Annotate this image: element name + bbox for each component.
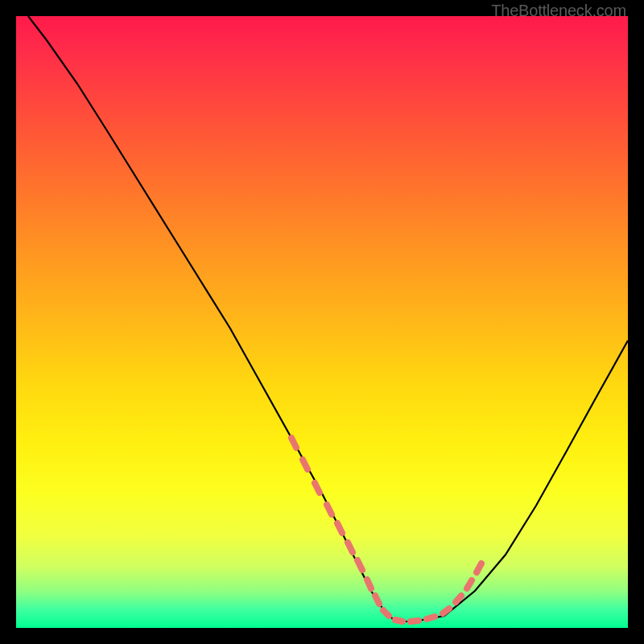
svg-line-8 [375, 596, 379, 604]
svg-line-12 [427, 617, 435, 619]
svg-line-2 [315, 483, 320, 493]
svg-line-6 [357, 560, 362, 570]
main-curve [28, 16, 628, 621]
dotted-highlight [291, 438, 481, 621]
curve-svg [16, 16, 628, 628]
svg-line-15 [467, 580, 472, 588]
svg-line-13 [443, 609, 449, 613]
watermark-text: TheBottleneck.com [491, 2, 626, 20]
chart-container: TheBottleneck.com [0, 0, 644, 644]
svg-line-5 [348, 543, 353, 552]
svg-line-11 [411, 621, 419, 621]
svg-line-10 [395, 620, 402, 621]
plot-area [16, 16, 628, 628]
svg-line-16 [477, 564, 481, 572]
svg-line-0 [291, 438, 296, 448]
svg-line-3 [327, 505, 332, 514]
svg-line-1 [303, 460, 308, 469]
svg-line-14 [456, 596, 461, 602]
svg-line-4 [337, 523, 342, 533]
svg-line-7 [367, 580, 371, 588]
svg-line-9 [383, 610, 389, 616]
